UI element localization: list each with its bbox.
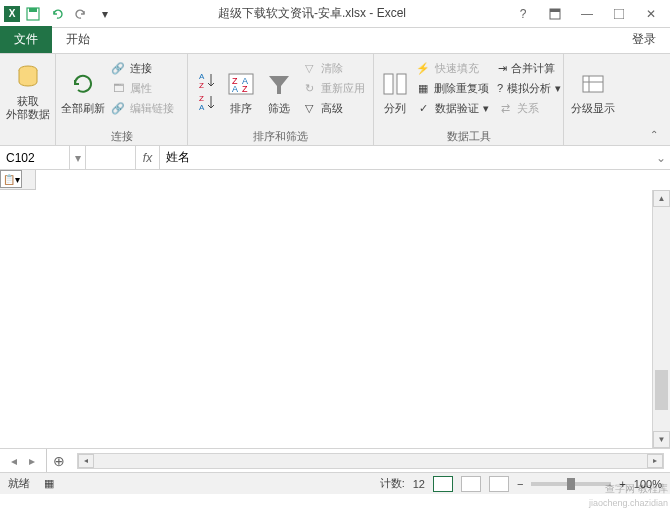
sort-asc-button[interactable]: AZ ZA	[192, 57, 222, 125]
formula-expand-button[interactable]: ⌄	[652, 146, 670, 169]
zoom-thumb[interactable]	[567, 478, 575, 490]
sheet-nav-next[interactable]: ▸	[24, 453, 40, 469]
scroll-up-button[interactable]: ▲	[653, 190, 670, 207]
group-connections: 全部刷新 🔗连接 🗔属性 🔗编辑链接 连接	[56, 54, 188, 145]
zoom-slider[interactable]	[531, 482, 611, 486]
zoom-value[interactable]: 100%	[634, 478, 662, 490]
svg-rect-15	[384, 74, 393, 94]
fx-button[interactable]: fx	[136, 146, 160, 169]
view-layout-button[interactable]	[461, 476, 481, 492]
relations-button[interactable]: ⇄关系	[493, 99, 559, 117]
connections-button[interactable]: 🔗连接	[106, 59, 178, 77]
consolidate-button[interactable]: ⇥合并计算	[493, 59, 559, 77]
dedup-icon: ▦	[415, 80, 430, 96]
quick-access-toolbar: X ▾	[0, 3, 116, 25]
merge-icon: ⇥	[497, 60, 507, 76]
scroll-right-button[interactable]: ▸	[647, 454, 663, 468]
view-break-button[interactable]	[489, 476, 509, 492]
reapply-icon: ↻	[301, 80, 317, 96]
horizontal-scrollbar[interactable]: ◂ ▸	[77, 453, 664, 469]
sheet-bar: ◂ ▸ ⊕ ◂ ▸	[0, 448, 670, 472]
svg-rect-16	[397, 74, 406, 94]
data-validation-button[interactable]: ✓数据验证 ▾	[411, 99, 493, 117]
group-data-tools: 分列 ⚡快速填充 ▦删除重复项 ✓数据验证 ▾ ⇥合并计算 ?模拟分析 ▾ ⇄关…	[374, 54, 564, 145]
svg-rect-17	[583, 76, 603, 92]
sort-desc-icon: ZA	[191, 91, 223, 113]
advanced-filter-button[interactable]: ▽高级	[297, 99, 369, 117]
redo-button[interactable]	[70, 3, 92, 25]
advanced-icon: ▽	[301, 100, 317, 116]
window-controls: ? — ✕	[508, 3, 670, 25]
outline-button[interactable]: 分级显示	[568, 57, 618, 125]
formula-input[interactable]: 姓名	[160, 146, 652, 169]
spreadsheet-grid: 📋▾ ▲ ▼	[0, 170, 670, 448]
vertical-scrollbar[interactable]: ▲ ▼	[652, 190, 670, 448]
macro-icon[interactable]: ▦	[44, 477, 54, 490]
scroll-left-button[interactable]: ◂	[78, 454, 94, 468]
column-headers	[36, 170, 652, 190]
clear-filter-button[interactable]: ▽清除	[297, 59, 369, 77]
view-normal-button[interactable]	[433, 476, 453, 492]
undo-button[interactable]	[46, 3, 68, 25]
svg-text:A: A	[199, 103, 205, 112]
flash-fill-button[interactable]: ⚡快速填充	[411, 59, 493, 77]
zoom-out-button[interactable]: −	[517, 478, 523, 490]
validation-icon: ✓	[415, 100, 431, 116]
close-button[interactable]: ✕	[636, 3, 666, 25]
filter-button[interactable]: 筛选	[260, 57, 297, 125]
properties-button[interactable]: 🗔属性	[106, 79, 178, 97]
status-bar: 就绪 ▦ 计数: 12 − + 100%	[0, 472, 670, 494]
text-to-columns-button[interactable]: 分列	[378, 57, 411, 125]
whatif-icon: ?	[497, 80, 503, 96]
get-external-data-button[interactable]: 获取 外部数据	[4, 57, 51, 125]
tab-file[interactable]: 文件	[0, 26, 52, 53]
svg-rect-1	[29, 8, 37, 12]
sort-asc-icon: AZ	[191, 69, 223, 91]
reapply-button[interactable]: ↻重新应用	[297, 79, 369, 97]
edit-links-button[interactable]: 🔗编辑链接	[106, 99, 178, 117]
qat-dropdown-icon[interactable]: ▾	[94, 3, 116, 25]
svg-text:A: A	[232, 84, 238, 94]
sheet-add-button[interactable]: ⊕	[47, 453, 71, 469]
sheet-nav-prev[interactable]: ◂	[6, 453, 22, 469]
paste-options-button[interactable]: 📋▾	[0, 170, 22, 188]
group-sort-filter: AZ ZA ZAAZ 排序 筛选 ▽清除 ↻重新应用 ▽高级 排序和筛选	[188, 54, 374, 145]
cells[interactable]	[36, 190, 652, 448]
scroll-thumb[interactable]	[655, 370, 668, 410]
zoom-in-button[interactable]: +	[619, 478, 625, 490]
svg-text:A: A	[199, 72, 205, 81]
database-icon	[12, 61, 44, 93]
relations-icon: ⇄	[497, 100, 513, 116]
help-button[interactable]: ?	[508, 3, 538, 25]
signin-link[interactable]: 登录	[618, 26, 670, 53]
formula-bar: C102 ▾ fx 姓名 ⌄	[0, 146, 670, 170]
refresh-icon	[67, 68, 99, 100]
svg-text:Z: Z	[242, 84, 248, 94]
window-title: 超级下载软文资讯-安卓.xlsx - Excel	[116, 5, 508, 22]
tab-开始[interactable]: 开始	[52, 26, 104, 53]
sort-button[interactable]: ZAAZ 排序	[222, 57, 260, 125]
svg-rect-4	[614, 9, 624, 19]
edit-link-icon: 🔗	[110, 100, 126, 116]
sheet-nav: ◂ ▸	[0, 453, 46, 469]
filter-icon	[263, 68, 295, 100]
name-box[interactable]: C102	[0, 146, 70, 169]
flash-icon: ⚡	[415, 60, 431, 76]
maximize-button[interactable]	[604, 3, 634, 25]
link-icon: 🔗	[110, 60, 126, 76]
excel-icon: X	[4, 6, 20, 22]
remove-duplicates-button[interactable]: ▦删除重复项	[411, 79, 493, 97]
minimize-button[interactable]: —	[572, 3, 602, 25]
svg-text:Z: Z	[199, 81, 204, 90]
status-count-value: 12	[413, 478, 425, 490]
ribbon-options-button[interactable]	[540, 3, 570, 25]
status-count-label: 计数:	[380, 476, 405, 491]
properties-icon: 🗔	[110, 80, 126, 96]
save-button[interactable]	[22, 3, 44, 25]
ribbon-collapse-button[interactable]: ⌃	[650, 129, 666, 143]
whatif-button[interactable]: ?模拟分析 ▾	[493, 79, 559, 97]
name-box-dropdown[interactable]: ▾	[70, 146, 86, 169]
columns-icon	[379, 68, 411, 100]
refresh-all-button[interactable]: 全部刷新	[60, 57, 106, 125]
scroll-down-button[interactable]: ▼	[653, 431, 670, 448]
